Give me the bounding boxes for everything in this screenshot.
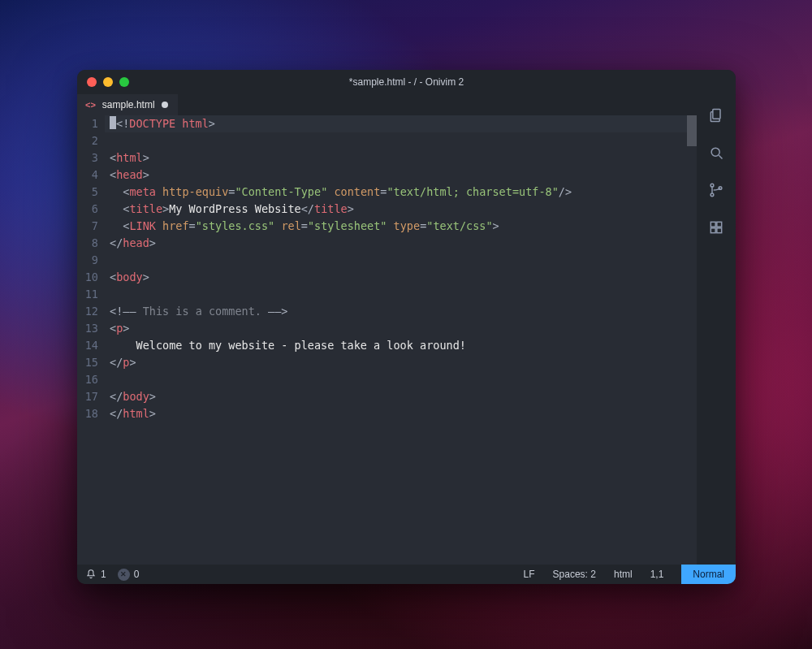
svg-rect-0 xyxy=(713,110,720,119)
language-indicator[interactable]: html xyxy=(614,569,633,580)
code-line[interactable] xyxy=(105,371,687,388)
line-number: 10 xyxy=(77,269,98,286)
maximize-window-button[interactable] xyxy=(119,77,129,87)
code-line[interactable]: <p> xyxy=(105,320,687,337)
code-line[interactable]: <html> xyxy=(105,149,687,167)
code-line[interactable]: <body> xyxy=(105,269,687,286)
error-icon xyxy=(118,569,130,581)
code-line[interactable]: </body> xyxy=(105,388,687,405)
line-number: 7 xyxy=(77,218,98,235)
svg-rect-9 xyxy=(717,228,722,233)
code-line[interactable]: <!—— This is a comment. ——> xyxy=(105,303,687,320)
code-line[interactable]: <meta http-equiv="Content-Type" content=… xyxy=(105,184,687,201)
code-line[interactable]: <!DOCTYPE html> xyxy=(105,115,687,132)
modified-dot-icon xyxy=(162,102,168,108)
notifications-indicator[interactable]: 1 xyxy=(85,569,106,580)
errors-indicator[interactable]: 0 xyxy=(118,569,140,581)
code-line[interactable] xyxy=(105,132,687,149)
line-number: 18 xyxy=(77,405,98,422)
close-window-button[interactable] xyxy=(87,77,97,87)
svg-rect-7 xyxy=(717,222,722,227)
line-number: 15 xyxy=(77,354,98,371)
svg-rect-8 xyxy=(710,228,715,233)
line-number: 14 xyxy=(77,337,98,354)
line-number: 4 xyxy=(77,167,98,184)
source-control-icon[interactable] xyxy=(703,180,729,200)
line-number: 1 xyxy=(77,115,98,132)
search-icon[interactable] xyxy=(703,143,729,162)
activity-bar xyxy=(697,94,736,565)
line-number-gutter: 123456789101112131415161718 xyxy=(77,115,105,565)
line-number: 12 xyxy=(77,303,98,320)
titlebar: *sample.html - / - Onivim 2 xyxy=(77,70,736,94)
code-line[interactable] xyxy=(105,286,687,303)
indentation-indicator[interactable]: Spaces: 2 xyxy=(553,569,596,580)
traffic-lights xyxy=(87,77,129,87)
code-line[interactable]: Welcome to my website - please take a lo… xyxy=(105,337,687,354)
line-number: 6 xyxy=(77,201,98,218)
editor-area[interactable]: 123456789101112131415161718 <!DOCTYPE ht… xyxy=(77,115,697,565)
svg-rect-6 xyxy=(710,222,715,227)
line-number: 2 xyxy=(77,132,98,149)
minimap-thumb[interactable] xyxy=(687,115,697,146)
notifications-count: 1 xyxy=(101,569,106,580)
line-number: 11 xyxy=(77,286,98,303)
status-bar: 1 0 LF Spaces: 2 html 1,1 Normal xyxy=(77,565,736,584)
svg-point-1 xyxy=(711,148,719,156)
extensions-icon[interactable] xyxy=(703,218,729,237)
code-line[interactable]: </html> xyxy=(105,405,687,422)
line-number: 3 xyxy=(77,149,98,167)
html-file-icon: <> xyxy=(85,100,96,110)
cursor-position-indicator[interactable]: 1,1 xyxy=(650,569,664,580)
code-line[interactable] xyxy=(105,252,687,269)
svg-point-4 xyxy=(710,193,714,197)
text-cursor xyxy=(110,116,116,129)
vim-mode-indicator[interactable]: Normal xyxy=(681,565,736,584)
line-ending-indicator[interactable]: LF xyxy=(524,569,535,580)
line-number: 13 xyxy=(77,320,98,337)
line-number: 9 xyxy=(77,252,98,269)
line-number: 17 xyxy=(77,388,98,405)
tab-sample-html[interactable]: <> sample.html xyxy=(77,94,178,115)
tab-bar: <> sample.html xyxy=(77,94,697,115)
code-line[interactable]: <LINK href="styles.css" rel="stylesheet"… xyxy=(105,218,687,235)
minimize-window-button[interactable] xyxy=(103,77,113,87)
code-line[interactable]: </p> xyxy=(105,354,687,371)
code-line[interactable]: </head> xyxy=(105,235,687,252)
window-title: *sample.html - / - Onivim 2 xyxy=(77,76,736,88)
tab-filename: sample.html xyxy=(102,99,155,110)
code-line[interactable]: <head> xyxy=(105,167,687,184)
minimap-scrollbar[interactable] xyxy=(687,115,697,565)
app-window: *sample.html - / - Onivim 2 <> sample.ht… xyxy=(77,70,736,584)
code-content[interactable]: <!DOCTYPE html><html><head> <meta http-e… xyxy=(105,115,687,565)
line-number: 16 xyxy=(77,371,98,388)
code-line[interactable]: <title>My WordPress Website</title> xyxy=(105,201,687,218)
errors-count: 0 xyxy=(134,569,140,580)
files-icon[interactable] xyxy=(703,106,729,125)
svg-point-3 xyxy=(710,184,714,187)
svg-line-2 xyxy=(719,155,722,158)
line-number: 5 xyxy=(77,184,98,201)
line-number: 8 xyxy=(77,235,98,252)
